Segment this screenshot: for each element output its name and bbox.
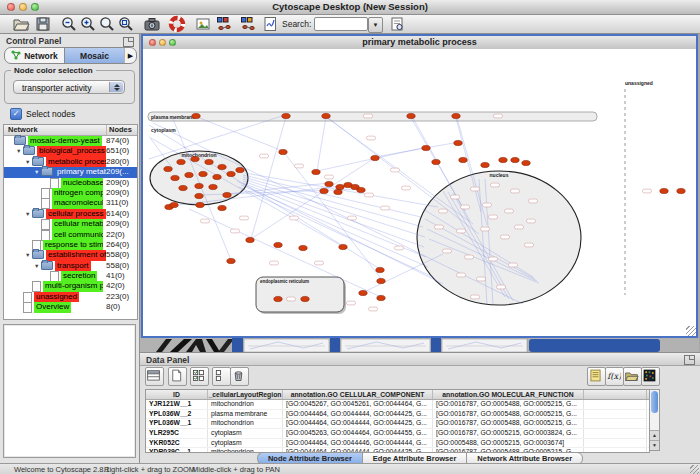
tree-expander-icon[interactable]: ▼	[25, 211, 32, 217]
attribute-list-icon[interactable]	[145, 367, 164, 386]
zoom-selected-icon[interactable]	[117, 15, 135, 33]
folder-icon	[41, 261, 53, 270]
tree-row-transport[interactable]: ▼transport558(0)	[4, 261, 137, 271]
import-icon[interactable]	[623, 367, 642, 386]
table-cell: [GO:0005488, GO:0005215, GO:0003674]	[433, 439, 584, 448]
search-dropdown-arrow[interactable]: ▼	[368, 17, 383, 33]
graph-node	[164, 166, 172, 171]
matrix-icon[interactable]	[641, 367, 660, 386]
network-tree-header[interactable]: Network Nodes	[4, 125, 137, 136]
tree-col-network: Network	[8, 125, 38, 134]
tree-row-cellular-process[interactable]: ▼cellular process614(0)	[4, 209, 137, 219]
table-row[interactable]: YJR121W__1mitochondrion[GO:0045267, GO:0…	[146, 400, 649, 410]
tree-row-multi-organism-pro[interactable]: multi-organism pro42(0)	[4, 281, 137, 291]
network-window-titlebar[interactable]: primary metabolic process	[143, 36, 696, 50]
table-row[interactable]: YPL036W__2plasma membrane[GO:0044464, GO…	[146, 410, 649, 420]
table-cell: cytoplasm	[208, 439, 283, 448]
vizmapper-edit-icon[interactable]	[239, 15, 257, 33]
window-resize-grip[interactable]	[690, 465, 699, 474]
save-session-icon[interactable]	[34, 15, 52, 33]
snapshot-icon[interactable]	[143, 15, 161, 33]
network-canvas[interactable]: plasma membranecytoplasmmitochondrionnuc…	[143, 49, 696, 336]
table-row[interactable]: YLR295Ccytoplasm[GO:0045263, GO:0044464,…	[146, 429, 649, 439]
main-toolbar: Search: ▼	[0, 15, 700, 34]
formula-icon[interactable]: f(x)	[605, 367, 624, 386]
tree-row-overview[interactable]: Overview8(0)	[4, 302, 137, 312]
tree-row-count: 41(0)	[106, 271, 125, 281]
tree-row-unassigned[interactable]: unassigned223(0)	[4, 292, 137, 302]
graph-node	[195, 183, 203, 188]
tree-row-secretion[interactable]: secretion41(0)	[4, 271, 137, 281]
tab-node-attribute-browser[interactable]: Node Attribute Browser	[257, 452, 362, 463]
float-panel-icon[interactable]	[123, 37, 134, 47]
status-welcome: Welcome to Cytoscape 2.8.1	[14, 465, 110, 474]
new-attribute-icon[interactable]	[168, 367, 187, 386]
graph-node	[191, 156, 199, 161]
graph-node	[227, 258, 235, 263]
tree-expander-icon[interactable]: ▼	[16, 148, 23, 154]
tab-edge-attribute-browser[interactable]: Edge Attribute Browser	[362, 452, 466, 463]
graph-node	[371, 155, 379, 160]
tree-row-cell-communicat[interactable]: cell communicat22(0)	[4, 230, 137, 240]
delete-attribute-icon[interactable]	[230, 367, 249, 386]
table-cell: YKR052C	[146, 439, 208, 448]
column-header[interactable]	[584, 390, 647, 399]
zoom-in-icon[interactable]	[79, 15, 97, 33]
filter-icon[interactable]	[261, 15, 279, 33]
select-attributes-icon[interactable]	[190, 367, 209, 386]
help-icon[interactable]	[168, 15, 186, 33]
column-header[interactable]: annotation.GO CELLULAR_COMPONENT	[283, 390, 433, 399]
tab-network[interactable]: Network	[5, 48, 64, 63]
tree-row-primary-metabol[interactable]: ▼primary metabol209(...	[4, 167, 137, 177]
tree-row-metabolic-process[interactable]: ▼metabolic process280(0)	[4, 157, 137, 167]
zoom-out-icon[interactable]	[60, 15, 78, 33]
window-titlebar: Cytoscape Desktop (New Session)	[0, 0, 700, 15]
column-header[interactable]: annotation.GO MOLECULAR_FUNCTION	[433, 390, 584, 399]
tree-expander-icon[interactable]: ▼	[34, 169, 41, 175]
search-mode-icon[interactable]	[388, 15, 406, 33]
window-resize-grip[interactable]	[686, 326, 696, 336]
graph-node	[299, 245, 307, 250]
table-cell: cytoplasm	[208, 429, 283, 438]
table-row[interactable]: YPL036W__1mitochondrion[GO:0044464, GO:0…	[146, 419, 649, 429]
tree-row-biological-process[interactable]: ▼biological_process651(0)	[4, 146, 137, 156]
scroll-up-icon[interactable]: ▲	[650, 430, 659, 440]
tree-expander-icon[interactable]: ▼	[34, 263, 41, 269]
graph-node	[218, 205, 226, 210]
graph-node	[325, 181, 333, 186]
attribute-table[interactable]: ID_cellularLayoutRegionannotation.GO CEL…	[145, 389, 650, 453]
tree-row-cellular-metabo[interactable]: cellular metabo209(0)	[4, 219, 137, 229]
table-scrollbar[interactable]: ▲ ▼	[649, 389, 660, 451]
tab-network-attribute-browser[interactable]: Network Attribute Browser	[466, 452, 583, 463]
scrollbar-thumb[interactable]	[651, 391, 658, 413]
tree-expander-icon[interactable]: ▼	[25, 159, 32, 165]
vizmapper-icon[interactable]	[215, 15, 233, 33]
open-file-icon[interactable]	[12, 15, 30, 33]
tab-mosaic[interactable]: Mosaic	[64, 48, 124, 63]
table-header-row[interactable]: ID_cellularLayoutRegionannotation.GO CEL…	[146, 390, 649, 400]
unselect-attributes-icon[interactable]	[212, 367, 231, 386]
search-input[interactable]	[314, 17, 368, 31]
tree-row-establishment-of-lo[interactable]: ▼establishment of lo558(0)	[4, 250, 137, 260]
birdseye-view[interactable]	[3, 324, 136, 458]
column-header[interactable]: _cellularLayoutRegion	[208, 390, 283, 399]
graph-node	[195, 193, 203, 198]
column-header[interactable]: ID	[146, 390, 208, 399]
scroll-down-icon[interactable]: ▼	[650, 440, 659, 450]
graph-node	[246, 237, 254, 242]
tree-row-macromolecule[interactable]: macromolecule311(0)	[4, 198, 137, 208]
data-panel-titlebar: Data Panel	[140, 353, 700, 366]
zoom-fit-icon[interactable]	[98, 15, 116, 33]
tab-overflow-arrow[interactable]: ▶	[124, 48, 136, 63]
float-panel-icon[interactable]	[684, 355, 695, 365]
annotation-icon[interactable]	[194, 15, 212, 33]
tree-expander-icon[interactable]: ▼	[25, 252, 32, 258]
node-color-dropdown[interactable]: transporter activity	[13, 80, 125, 94]
select-nodes-checkbox[interactable]: ✓	[10, 108, 22, 120]
tree-row-nucleobase-[interactable]: nucleobase-209(0)	[4, 178, 137, 188]
tree-row-nitrogen-compo[interactable]: nitrogen compo209(0)	[4, 188, 137, 198]
notes-icon[interactable]	[587, 367, 606, 386]
table-row[interactable]: YKR052Ccytoplasm[GO:0044464, GO:0044446,…	[146, 439, 649, 449]
tree-row-label: cell communicat	[52, 230, 103, 240]
tree-row-response-to-stimul[interactable]: response to stimul264(0)	[4, 240, 137, 250]
